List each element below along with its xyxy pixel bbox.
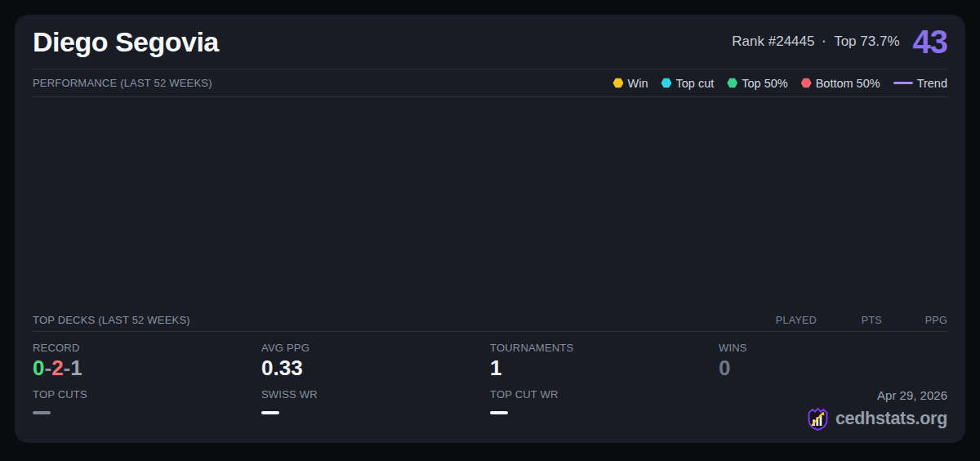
column-header-played: PLAYED xyxy=(751,315,817,326)
stat-top-cuts: TOP CUTS xyxy=(33,388,261,432)
record-value: 0-2-1 xyxy=(33,356,261,381)
cedhstats-logo-icon xyxy=(807,406,829,432)
top-cuts-empty-value xyxy=(33,411,51,414)
record-wins: 0 xyxy=(33,356,44,380)
stat-wins: WINS 0 xyxy=(719,342,947,381)
card-header: Diego Segovia Rank #24445 · Top 73.7% 43 xyxy=(33,15,947,69)
generated-date: Apr 29, 2026 xyxy=(877,388,947,402)
legend-label: Top cut xyxy=(675,77,714,90)
top-50-swatch-icon xyxy=(727,78,737,88)
tournaments-value: 1 xyxy=(490,356,719,381)
card-footer: Apr 29, 2026 cedhstats.org xyxy=(719,388,947,432)
stat-label: TOP CUT WR xyxy=(490,388,719,401)
rank-separator: · xyxy=(822,34,826,50)
swiss-wr-empty-value xyxy=(261,411,279,414)
record-draws: 1 xyxy=(70,356,82,380)
top-decks-columns: PLAYED PTS PPG xyxy=(751,315,947,326)
stat-record: RECORD 0-2-1 xyxy=(33,342,261,381)
record-separator: - xyxy=(44,356,51,380)
stat-label: TOURNAMENTS xyxy=(490,342,719,354)
legend-label: Bottom 50% xyxy=(816,77,880,90)
player-score: 43 xyxy=(913,25,948,58)
legend-item-top-cut[interactable]: Top cut xyxy=(661,77,714,90)
stat-label: WINS xyxy=(719,342,947,354)
wins-value: 0 xyxy=(719,356,947,381)
legend-label: Top 50% xyxy=(742,77,787,90)
record-losses: 2 xyxy=(51,356,63,380)
legend-item-top-50[interactable]: Top 50% xyxy=(727,77,787,90)
top-cut-swatch-icon xyxy=(661,78,671,88)
avg-ppg-value: 0.33 xyxy=(261,356,490,381)
top-percent-value: Top 73.7% xyxy=(834,34,899,50)
stat-label: AVG PPG xyxy=(261,342,490,354)
legend-item-bottom-50[interactable]: Bottom 50% xyxy=(801,77,880,90)
rank-text: Rank #24445 · Top 73.7% xyxy=(732,34,899,50)
stat-swiss-wr: SWISS WR xyxy=(261,388,490,432)
legend-item-win[interactable]: Win xyxy=(612,77,648,90)
legend-label: Win xyxy=(627,77,648,90)
performance-chart-area xyxy=(33,97,947,309)
record-separator: - xyxy=(64,356,71,380)
top-decks-header: TOP DECKS (LAST 52 WEEKS) PLAYED PTS PPG xyxy=(33,309,947,332)
column-header-ppg: PPG xyxy=(882,315,947,326)
top-cut-wr-empty-value xyxy=(490,411,508,414)
rank-summary: Rank #24445 · Top 73.7% 43 xyxy=(732,25,947,58)
site-name: cedhstats.org xyxy=(835,409,947,429)
stat-tournaments: TOURNAMENTS 1 xyxy=(490,342,719,381)
legend-item-trend[interactable]: Trend xyxy=(893,77,947,90)
rank-value: Rank #24445 xyxy=(732,34,814,50)
trend-line-icon xyxy=(893,82,913,84)
stats-grid: RECORD 0-2-1 AVG PPG 0.33 TOURNAMENTS 1 … xyxy=(33,332,947,443)
site-brand[interactable]: cedhstats.org xyxy=(807,406,947,432)
performance-section-title: PERFORMANCE (LAST 52 WEEKS) xyxy=(33,77,212,89)
performance-header: PERFORMANCE (LAST 52 WEEKS) Win Top cut … xyxy=(33,69,947,97)
player-stats-card: Diego Segovia Rank #24445 · Top 73.7% 43… xyxy=(15,15,965,443)
stat-label: RECORD xyxy=(33,342,261,354)
column-header-pts: PTS xyxy=(817,315,882,326)
stat-top-cut-wr: TOP CUT WR xyxy=(490,388,719,432)
stat-avg-ppg: AVG PPG 0.33 xyxy=(261,342,490,381)
stat-label: TOP CUTS xyxy=(33,388,261,401)
stat-label: SWISS WR xyxy=(261,388,490,401)
top-decks-section-title: TOP DECKS (LAST 52 WEEKS) xyxy=(33,314,190,326)
page-title: Diego Segovia xyxy=(33,26,219,58)
bottom-50-swatch-icon xyxy=(801,78,812,88)
chart-legend: Win Top cut Top 50% Bottom 50% Trend xyxy=(612,77,947,90)
legend-label: Trend xyxy=(917,77,947,90)
win-swatch-icon xyxy=(612,78,623,88)
